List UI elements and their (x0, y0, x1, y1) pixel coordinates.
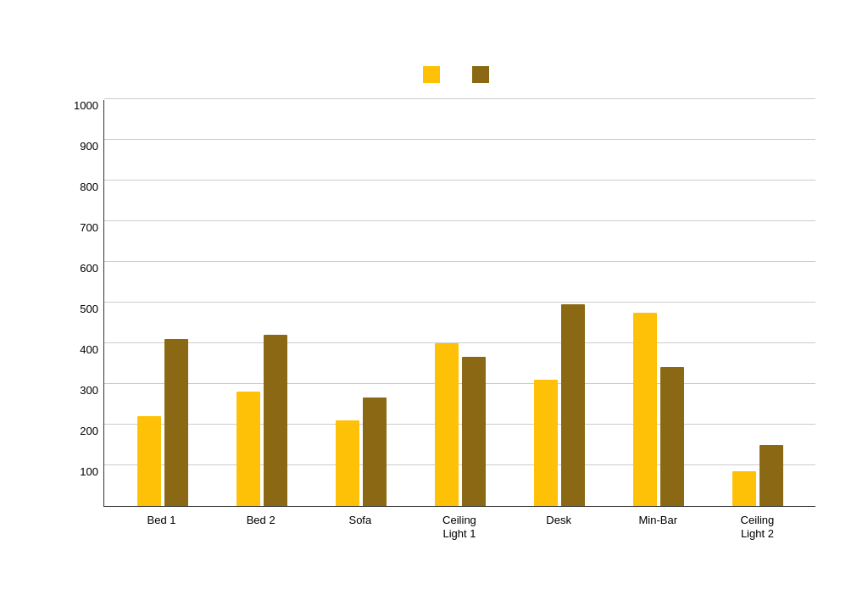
legend-exposed (423, 66, 447, 83)
bar-exposed (236, 392, 260, 505)
bar-exposed (435, 343, 459, 506)
y-tick-label: 100 (66, 464, 98, 477)
y-tick-label: 400 (66, 342, 98, 355)
bars-row (104, 100, 815, 506)
bar-unexposed (164, 339, 188, 506)
chart-container: 1002003004005006007008009001000 Bed 1Bed… (27, 15, 841, 592)
bar-unexposed (264, 335, 287, 506)
bar-group (236, 335, 287, 506)
y-tick-label: 1000 (66, 98, 98, 111)
grid-line (104, 98, 815, 99)
bar-unexposed (363, 398, 387, 505)
x-axis-label: CeilingLight 1 (426, 514, 493, 542)
y-tick-label: 700 (66, 220, 98, 233)
exposed-swatch (423, 66, 440, 83)
bar-group (633, 313, 684, 506)
bar-exposed (534, 380, 558, 506)
bar-exposed (137, 416, 161, 506)
x-axis-label: Bed 2 (227, 514, 295, 542)
bar-group-inner (336, 398, 387, 505)
y-tick-label: 500 (66, 302, 98, 314)
y-tick-label: 800 (66, 180, 98, 192)
bar-unexposed (462, 357, 486, 505)
bar-unexposed (561, 304, 585, 506)
bar-group (732, 445, 783, 506)
x-axis-labels: Bed 1Bed 2SofaCeilingLight 1DeskMin-BarC… (103, 507, 815, 542)
chart-wrapper: 1002003004005006007008009001000 (103, 100, 815, 507)
bar-unexposed (760, 445, 783, 506)
bar-group (137, 339, 188, 506)
y-tick-label: 600 (66, 261, 98, 274)
x-axis-label: Bed 1 (128, 514, 196, 542)
bar-group-inner (534, 304, 585, 506)
unexposed-swatch (472, 66, 489, 83)
bar-exposed (732, 471, 756, 506)
bar-group (534, 304, 585, 506)
y-tick-label: 900 (66, 139, 98, 152)
y-tick-label: 300 (66, 383, 98, 396)
bar-group-inner (137, 339, 188, 506)
x-axis-label: Min-Bar (624, 514, 692, 542)
plot-area: 1002003004005006007008009001000 (103, 100, 815, 507)
chart-legend (103, 66, 815, 83)
x-axis-label: CeilingLight 2 (723, 514, 791, 542)
bar-group (336, 398, 387, 505)
y-tick-label: 200 (66, 424, 98, 436)
bar-exposed (633, 313, 657, 506)
bar-unexposed (660, 367, 684, 505)
x-axis-label: Desk (525, 514, 593, 542)
bar-group-inner (732, 445, 783, 506)
bar-group-inner (236, 335, 287, 506)
bar-group (435, 343, 486, 506)
bar-group-inner (435, 343, 486, 506)
legend-unexposed (472, 66, 496, 83)
bar-group-inner (633, 313, 684, 506)
x-axis-label: Sofa (326, 514, 394, 542)
bar-exposed (336, 420, 359, 506)
